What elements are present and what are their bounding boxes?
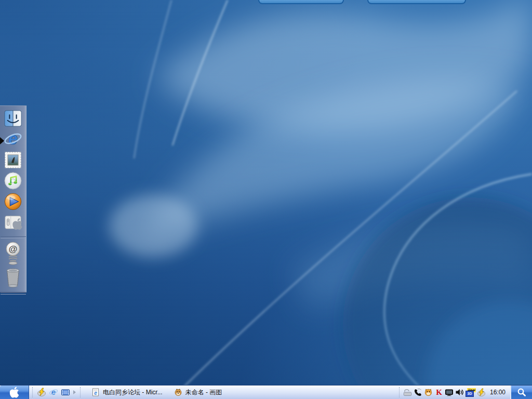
taskbar-window-label: 未命名 - 画图 bbox=[185, 388, 222, 397]
ie-letter: e bbox=[51, 388, 55, 396]
chevron-right-icon[interactable] bbox=[73, 390, 76, 394]
partial-button-right[interactable] bbox=[367, 0, 466, 4]
winamp-lightning-icon[interactable] bbox=[477, 388, 486, 397]
ie-document-icon: e bbox=[91, 388, 100, 396]
finder-icon[interactable] bbox=[3, 108, 23, 129]
dog-icon bbox=[174, 388, 182, 396]
separator bbox=[32, 387, 33, 397]
taskbar-window-paint[interactable]: 未命名 - 画图 bbox=[170, 386, 227, 398]
k-letter: K bbox=[436, 388, 442, 397]
separator bbox=[80, 387, 81, 397]
trash-icon[interactable] bbox=[3, 265, 23, 289]
quick-launch: e bbox=[36, 388, 77, 397]
apple-logo-icon bbox=[9, 386, 20, 398]
winamp-lightning-icon[interactable] bbox=[36, 388, 46, 397]
internet-explorer-icon[interactable]: e bbox=[48, 388, 58, 397]
mail-at-stamp-icon[interactable]: @ bbox=[3, 242, 23, 265]
photo-stamp-icon[interactable] bbox=[3, 150, 23, 170]
active-app-indicator bbox=[0, 137, 4, 144]
internet-explorer-icon[interactable]: e bbox=[3, 129, 23, 150]
dock: e bbox=[0, 105, 26, 292]
start-button[interactable] bbox=[0, 385, 29, 399]
taskbar: e e 电 bbox=[0, 385, 532, 399]
taskbar-clock[interactable]: 16:00 bbox=[490, 389, 506, 396]
taskbar-window-forum[interactable]: e 电白同乡论坛 - Micr... bbox=[87, 386, 167, 398]
desktop: e bbox=[0, 0, 532, 399]
pet-face-icon[interactable] bbox=[424, 388, 433, 397]
partial-button-left[interactable] bbox=[258, 0, 344, 4]
input-keyboard-icon[interactable] bbox=[403, 388, 413, 397]
xear-3d-icon[interactable]: Xear 3D bbox=[466, 388, 476, 397]
phone-icon[interactable] bbox=[414, 388, 423, 397]
at-glyph: @ bbox=[9, 244, 18, 254]
media-player-icon[interactable] bbox=[3, 191, 23, 212]
dock-groove bbox=[1, 292, 26, 295]
ie-letter: e bbox=[8, 129, 18, 148]
taskbar-window-label: 电白同乡论坛 - Micr... bbox=[103, 388, 163, 397]
monitor-icon[interactable] bbox=[445, 388, 454, 397]
separator bbox=[399, 387, 400, 397]
xear-3d-label: 3D bbox=[466, 391, 474, 397]
ie-letter: e bbox=[94, 390, 97, 396]
k-player-icon[interactable]: K bbox=[434, 388, 444, 397]
volume-icon[interactable] bbox=[455, 388, 464, 397]
dock-divider bbox=[1, 236, 26, 238]
movie-clip-icon[interactable] bbox=[60, 388, 70, 397]
itunes-icon[interactable] bbox=[3, 170, 23, 191]
aqua-wallpaper bbox=[0, 0, 532, 399]
apple-switch-icon[interactable] bbox=[3, 212, 23, 233]
search-button[interactable] bbox=[510, 385, 532, 399]
system-tray: K bbox=[396, 385, 532, 399]
magnifier-icon bbox=[517, 388, 526, 397]
